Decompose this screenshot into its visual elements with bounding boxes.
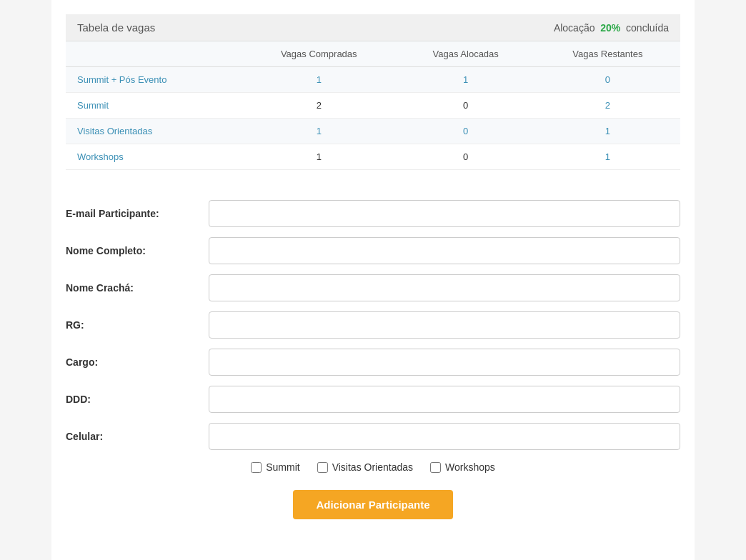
row-compradas: 1 xyxy=(242,144,397,170)
rg-label: RG: xyxy=(66,319,209,331)
checkbox-visitas[interactable] xyxy=(317,462,328,473)
checkbox-workshops-label: Workshops xyxy=(445,461,495,473)
row-compradas: 1 xyxy=(242,67,397,93)
col-vagas-restantes: Vagas Restantes xyxy=(535,41,680,67)
nome-completo-row: Nome Completo: xyxy=(66,237,680,264)
rg-row: RG: xyxy=(66,311,680,339)
checkbox-visitas-item: Visitas Orientadas xyxy=(317,461,413,473)
row-name: Visitas Orientadas xyxy=(66,119,242,144)
checkbox-workshops[interactable] xyxy=(430,462,441,473)
checkbox-workshops-item: Workshops xyxy=(430,461,495,473)
row-name: Workshops xyxy=(66,144,242,170)
checkbox-summit[interactable] xyxy=(251,462,262,473)
cargo-label: Cargo: xyxy=(66,356,209,368)
table-row: Summit + Pós Evento 1 1 0 xyxy=(66,67,680,93)
nome-completo-input[interactable] xyxy=(209,237,680,264)
row-alocadas: 0 xyxy=(397,119,535,144)
table-row: Visitas Orientadas 1 0 1 xyxy=(66,119,680,144)
row-restantes: 1 xyxy=(535,119,680,144)
checkbox-summit-label: Summit xyxy=(266,461,299,473)
row-restantes: 1 xyxy=(535,144,680,170)
row-name: Summit + Pós Evento xyxy=(66,67,242,93)
add-participante-button[interactable]: Adicionar Participante xyxy=(293,490,452,519)
table-row: Summit 2 0 2 xyxy=(66,93,680,119)
checkbox-visitas-label: Visitas Orientadas xyxy=(332,461,413,473)
row-restantes: 2 xyxy=(535,93,680,119)
page-container: Tabela de vagas Alocação 20% concluída V… xyxy=(51,0,695,560)
ddd-label: DDD: xyxy=(66,394,209,405)
email-row: E-mail Participante: xyxy=(66,200,680,227)
form-section: E-mail Participante: Nome Completo: Nome… xyxy=(66,193,680,526)
allocation-info: Alocação 20% concluída xyxy=(554,22,669,34)
table-row: Workshops 1 0 1 xyxy=(66,144,680,170)
row-compradas: 2 xyxy=(242,93,397,119)
vagas-table: Vagas Compradas Vagas Alocadas Vagas Res… xyxy=(66,41,680,170)
celular-input[interactable] xyxy=(209,423,680,450)
checkbox-summit-item: Summit xyxy=(251,461,299,473)
row-alocadas: 0 xyxy=(397,144,535,170)
row-restantes: 0 xyxy=(535,67,680,93)
cargo-input[interactable] xyxy=(209,349,680,376)
row-alocadas: 0 xyxy=(397,93,535,119)
allocation-percent: 20% xyxy=(600,22,620,34)
allocation-label: Alocação xyxy=(554,22,595,34)
cargo-row: Cargo: xyxy=(66,349,680,376)
rg-input[interactable] xyxy=(209,311,680,339)
celular-row: Celular: xyxy=(66,423,680,450)
row-compradas: 1 xyxy=(242,119,397,144)
row-name: Summit xyxy=(66,93,242,119)
row-alocadas: 1 xyxy=(397,67,535,93)
col-name xyxy=(66,41,242,67)
table-header: Tabela de vagas Alocação 20% concluída xyxy=(66,14,680,41)
allocation-suffix: concluída xyxy=(626,22,669,34)
celular-label: Celular: xyxy=(66,431,209,442)
ddd-row: DDD: xyxy=(66,386,680,413)
table-header-row: Vagas Compradas Vagas Alocadas Vagas Res… xyxy=(66,41,680,67)
email-input[interactable] xyxy=(209,200,680,227)
table-section: Tabela de vagas Alocação 20% concluída V… xyxy=(66,14,680,170)
nome-cracha-input[interactable] xyxy=(209,274,680,301)
email-label: E-mail Participante: xyxy=(66,208,209,219)
nome-cracha-label: Nome Crachá: xyxy=(66,282,209,294)
checkbox-row: Summit Visitas Orientadas Workshops xyxy=(66,461,680,473)
col-vagas-compradas: Vagas Compradas xyxy=(242,41,397,67)
col-vagas-alocadas: Vagas Alocadas xyxy=(397,41,535,67)
nome-cracha-row: Nome Crachá: xyxy=(66,274,680,301)
ddd-input[interactable] xyxy=(209,386,680,413)
table-title: Tabela de vagas xyxy=(77,21,155,34)
nome-completo-label: Nome Completo: xyxy=(66,245,209,256)
